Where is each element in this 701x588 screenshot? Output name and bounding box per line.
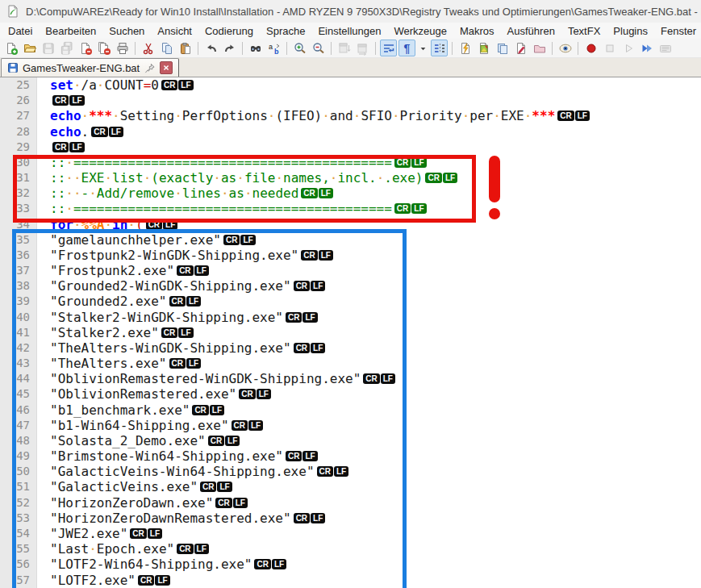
- menu-sprache[interactable]: Sprache: [260, 23, 311, 39]
- crlf-marker: CRLF: [394, 203, 427, 214]
- toolbar-button-save-all[interactable]: [58, 40, 75, 56]
- crlf-marker: CRLF: [161, 327, 194, 338]
- code-line-27: echo·***·Setting·PerfOptions·(IFEO)·and·…: [37, 108, 701, 123]
- plugin-red-pen-doc-icon: [514, 41, 528, 56]
- toolbar-button-plugin-red-pen-doc[interactable]: [512, 40, 529, 56]
- menu-werkzeuge[interactable]: Werkzeuge: [387, 23, 453, 39]
- toolbar-button-word-wrap[interactable]: [380, 40, 397, 56]
- toolbar-button-sync-horizontal[interactable]: [354, 40, 371, 56]
- pin-tab-icon[interactable]: [144, 62, 156, 74]
- whitespace-dot: ·: [330, 170, 338, 186]
- line-number-39: 39: [0, 294, 36, 309]
- whitespace-dot: ·: [236, 170, 244, 186]
- zoom-out-icon: [311, 41, 326, 56]
- toolbar-button-zoom-out[interactable]: [310, 40, 327, 56]
- close-tab-button[interactable]: [160, 61, 173, 74]
- whitespace-dot: ·: [104, 170, 112, 186]
- toolbar-button-plugin-blue-docs[interactable]: [494, 40, 511, 56]
- toolbar-button-plugin-map-doc[interactable]: [475, 40, 492, 56]
- toolbar-button-show-symbol-dropdown[interactable]: [417, 40, 429, 56]
- menu-bearbeiten[interactable]: Bearbeiten: [39, 23, 102, 39]
- code-line-55: "Last·Epoch.exe"CRLF: [37, 541, 701, 557]
- crlf-marker: CRLF: [208, 436, 240, 446]
- crlf-marker: CRLF: [52, 142, 85, 152]
- macro-play-icon: [621, 41, 636, 56]
- toolbar-button-save[interactable]: [40, 40, 56, 56]
- code-line-26: CRLF: [37, 93, 701, 108]
- menu-plugins[interactable]: Plugins: [607, 23, 654, 39]
- menu-suchen[interactable]: Suchen: [102, 23, 151, 39]
- toolbar-button-print[interactable]: [114, 40, 131, 56]
- whitespace-dot: ·: [73, 77, 81, 93]
- code-line-35: "gamelaunchhelper.exe"CRLF: [37, 232, 701, 248]
- menu-textfx[interactable]: TextFX: [561, 23, 607, 39]
- toolbar-button-undo[interactable]: [202, 40, 219, 56]
- toolbar-button-sync-vertical[interactable]: [336, 40, 353, 56]
- toolbar-button-document-peek-eye[interactable]: [557, 40, 574, 56]
- toolbar-button-macro-run-multiple[interactable]: [638, 40, 655, 56]
- line-number-26: 26: [0, 93, 36, 108]
- line-number-47: 47: [0, 418, 36, 433]
- toolbar-button-plugin-lightning-doc[interactable]: [457, 40, 474, 56]
- toolbar-button-macro-stop[interactable]: [601, 40, 618, 56]
- toolbar-button-indent-guide[interactable]: [431, 40, 448, 56]
- toolbar-button-open-file[interactable]: [21, 40, 38, 56]
- show-all-characters-icon: ¶: [400, 41, 415, 56]
- toolbar-button-copy[interactable]: [158, 40, 175, 56]
- menu-datei[interactable]: Datei: [2, 23, 39, 39]
- crlf-marker: CRLF: [557, 111, 590, 121]
- code-line-31: ::··EXE·list·(exactly·as·file·names,·inc…: [37, 170, 701, 186]
- code-line-30: ::·=====================================…: [37, 155, 701, 170]
- toolbar-button-macro-save[interactable]: [657, 40, 674, 56]
- menu-fenster[interactable]: Fenster: [654, 23, 701, 39]
- code-line-53: "HorizonZeroDawnRemastered.exe"CRLF: [37, 511, 701, 526]
- crlf-marker: CRLF: [200, 482, 232, 492]
- toolbar-button-close-all[interactable]: [95, 40, 112, 56]
- toolbar-button-paste[interactable]: [177, 40, 194, 56]
- code-line-49: "Brimstone-Win64-Shipping.exe"CRLF: [37, 448, 701, 464]
- toolbar-button-macro-record[interactable]: [582, 40, 599, 56]
- crlf-marker: CRLF: [239, 389, 271, 399]
- whitespace-dot: ·: [73, 186, 81, 201]
- line-number-35: 35: [0, 232, 36, 248]
- toolbar-button-close[interactable]: [77, 40, 94, 56]
- whitespace-dot: ·: [174, 108, 182, 123]
- crlf-marker: CRLF: [146, 219, 178, 230]
- whitespace-dot: ·: [392, 108, 400, 123]
- crlf-marker: CRLF: [254, 559, 286, 569]
- toolbar-button-replace[interactable]: ab: [265, 40, 282, 56]
- toolbar-separator: [198, 42, 198, 55]
- editor-area[interactable]: 2526272829303132333435363738394041424344…: [0, 77, 701, 588]
- whitespace-dot: ·: [144, 170, 152, 186]
- menu-codierung[interactable]: Codierung: [198, 23, 260, 39]
- toolbar-button-find[interactable]: [247, 40, 264, 56]
- toolbar-button-show-all-characters[interactable]: ¶: [398, 40, 415, 56]
- document-peek-eye-icon: [558, 41, 573, 56]
- code-line-36: "Frostpunk2-WinGDK-Shipping.exe"CRLF: [37, 248, 701, 263]
- whitespace-dot: ·: [112, 108, 120, 123]
- toolbar-button-macro-play[interactable]: [620, 40, 636, 56]
- toolbar-separator: [286, 42, 287, 55]
- code-line-54: "JWE2.exe"CRLF: [37, 526, 701, 541]
- close-icon: [78, 41, 93, 56]
- menu-einstellungen[interactable]: Einstellungen: [311, 23, 387, 39]
- crlf-marker: CRLF: [294, 343, 326, 353]
- toolbar-separator: [331, 42, 332, 55]
- menu-makros[interactable]: Makros: [453, 23, 501, 39]
- menu-ausf-hren[interactable]: Ausführen: [501, 23, 561, 39]
- toolbar-button-new-file[interactable]: [2, 40, 19, 56]
- toolbar-button-redo[interactable]: [221, 40, 238, 56]
- cut-icon: [141, 41, 156, 56]
- toolbar-button-plugin-pink-folder[interactable]: [531, 40, 548, 56]
- line-number-41: 41: [0, 325, 36, 340]
- toolbar-button-cut[interactable]: [140, 40, 156, 56]
- redo-icon: [223, 41, 237, 56]
- toolbar-button-zoom-in[interactable]: [291, 40, 308, 56]
- line-number-45: 45: [0, 386, 36, 402]
- menu-ansicht[interactable]: Ansicht: [151, 23, 198, 39]
- show-symbol-dropdown-icon: [418, 41, 428, 56]
- tab-gamestweaker-eng-bat[interactable]: GamesTweaker-ENG.bat: [1, 58, 179, 77]
- toolbar-separator: [578, 42, 578, 55]
- whitespace-dot: ·: [89, 186, 97, 201]
- close-all-icon: [97, 41, 111, 56]
